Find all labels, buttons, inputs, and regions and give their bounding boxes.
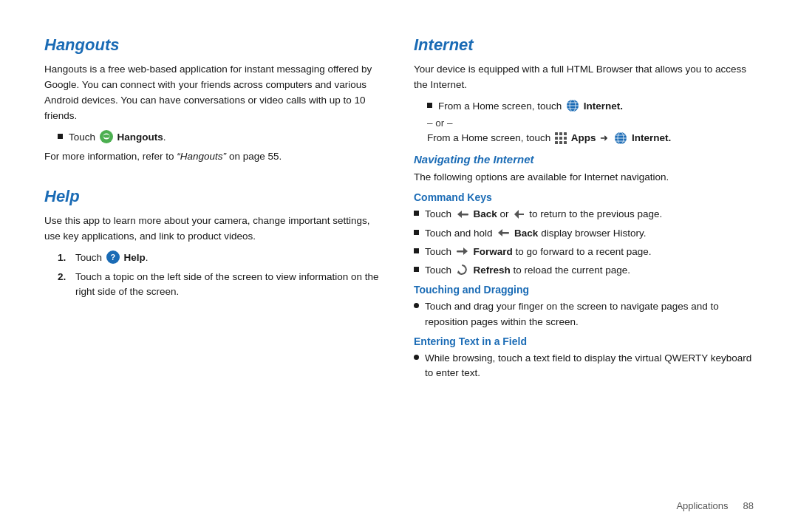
cmd-back-bullet: Touch Back or to return to the previous … (414, 207, 754, 222)
help-bold: Help (124, 252, 146, 263)
internet-bullet1: From a Home screen, touch Internet. (427, 99, 754, 114)
left-column: Hangouts Hangouts is a free web-based ap… (44, 35, 384, 497)
entering-text-content: While browsing, touch a text field to di… (425, 351, 754, 381)
hangouts-more-info: For more information, refer to “Hangouts… (44, 149, 384, 165)
hangouts-section: Hangouts Hangouts is a free web-based ap… (44, 35, 384, 171)
internet-bullet2: From a Home screen, touch Apps ➜ Interne… (427, 131, 754, 146)
bullet-square-icon (58, 134, 63, 139)
bullet-square-icon (414, 211, 419, 216)
bullet-circle-icon (414, 303, 419, 308)
hangouts-title: Hangouts (44, 35, 384, 55)
internet-bold2: Internet. (632, 132, 671, 143)
cmd-refresh-bullet: Touch Refresh to reload the current page… (414, 263, 754, 278)
step1-num: 1. (58, 250, 71, 265)
cmd-back-text: Touch Back or to return to the previous … (425, 207, 662, 222)
nav-description: The following options are available for … (414, 170, 754, 185)
hangouts-description: Hangouts is a free web-based application… (44, 62, 384, 124)
help-section: Help Use this app to learn more about yo… (44, 187, 384, 304)
refresh-icon (456, 263, 469, 276)
entering-text-bullet: While browsing, touch a text field to di… (414, 351, 754, 381)
footer-label: Applications (676, 500, 728, 511)
forward-icon (456, 246, 469, 256)
left-arrow-icon (513, 209, 525, 219)
internet-bullet1-text: From a Home screen, touch Internet. (438, 99, 623, 114)
help-icon: ? (106, 250, 120, 264)
entering-text-title: Entering Text in a Field (414, 335, 754, 347)
command-keys-title: Command Keys (414, 191, 754, 203)
internet-title: Internet (414, 35, 754, 55)
right-column: Internet Your device is equipped with a … (414, 35, 754, 497)
bullet-square-icon (414, 230, 419, 235)
help-title: Help (44, 187, 384, 206)
touch-drag-bullet: Touch and drag your finger on the screen… (414, 299, 754, 330)
hangouts-bullet-text: Touch Hangouts. (69, 130, 166, 145)
navigating-title: Navigating the Internet (414, 153, 754, 166)
svg-rect-16 (501, 232, 509, 234)
footer: Applications 88 (676, 500, 754, 511)
apps-grid-icon (555, 132, 567, 144)
step2-num: 2. (58, 270, 71, 284)
bullet-circle-icon2 (414, 355, 419, 360)
touching-dragging-title: Touching and Dragging (414, 284, 754, 296)
internet-section: Internet Your device is equipped with a … (414, 35, 754, 384)
internet-bold1: Internet. (584, 100, 623, 112)
footer-page: 88 (743, 500, 754, 511)
back-icon (456, 209, 469, 219)
help-description: Use this app to learn more about your ca… (44, 214, 384, 245)
help-step1: 1. Touch ? Help. (58, 250, 384, 265)
or-line: – or – (427, 117, 754, 129)
cmd-forward-bullet: Touch Forward to go forward to a recent … (414, 245, 754, 259)
cmd-refresh-text: Touch Refresh to reload the current page… (425, 263, 630, 278)
bullet-square-icon (414, 248, 419, 253)
help-step2-text: Touch a topic on the left side of the sc… (75, 270, 384, 300)
hangouts-bullet: Touch Hangouts. (58, 130, 384, 145)
apps-label: Apps (571, 132, 596, 143)
help-step1-text: Touch ? Help. (75, 250, 149, 265)
globe-icon (566, 99, 579, 112)
help-step2: 2. Touch a topic on the left side of the… (58, 270, 384, 300)
internet-description: Your device is equipped with a full HTML… (414, 62, 754, 93)
cmd-forward-text: Touch Forward to go forward to a recent … (425, 245, 651, 259)
hangouts-bold: Hangouts (117, 132, 163, 143)
touch-drag-text: Touch and drag your finger on the screen… (425, 299, 754, 330)
bullet-square-icon (427, 103, 432, 108)
hangouts-icon (100, 130, 113, 143)
svg-rect-18 (457, 250, 465, 253)
arrow-right-icon: ➜ (600, 131, 608, 146)
back-icon-2 (497, 228, 510, 238)
svg-rect-12 (460, 214, 468, 216)
globe-icon-2 (614, 132, 627, 145)
cmd-hold-back-text: Touch and hold Back display browser Hist… (425, 226, 646, 241)
bullet-square-icon (414, 267, 419, 272)
cmd-hold-back-bullet: Touch and hold Back display browser Hist… (414, 226, 754, 241)
